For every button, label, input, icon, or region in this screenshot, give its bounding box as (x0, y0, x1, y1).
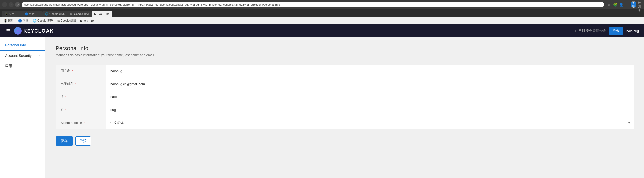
sidebar-item-apps[interactable]: 应用 (0, 61, 45, 71)
browser-actions: ☆ 🧩 👤 ⋮ 更新 阅读清单 (607, 2, 642, 7)
bookmark-icon-gmail: ✉ (57, 19, 60, 23)
tab-favicon-yingyong: 📱 (5, 12, 8, 15)
keycloak-logo-svg (16, 29, 20, 33)
profile-btn[interactable]: 👤 (619, 2, 624, 7)
label-email: 电子邮件 * (56, 78, 106, 90)
hamburger-btn[interactable]: ☰ (5, 27, 11, 35)
tab-favicon-gmail: ✉ (70, 12, 73, 15)
form-row-lastname: 姓 * (56, 103, 634, 116)
required-star-lastname: * (64, 108, 67, 111)
app-header: ☰ KEYCLOAK ↩ 回到 安全管理终端 登出 halo bug (0, 24, 644, 37)
bookmark-label-translate: Google 翻译 (37, 19, 53, 23)
personal-info-form: 用户名 * 电子邮件 * 名 * 姓 * (56, 65, 634, 129)
browser-chrome: ← → ⟳ sso.halobug.cn/auth/realms/master/… (0, 0, 644, 9)
header-right: ↩ 回到 安全管理终端 登出 halo bug (574, 27, 639, 35)
sign-out-btn[interactable]: 登出 (609, 27, 623, 35)
form-row-firstname: 名 * (56, 90, 634, 103)
tab-label-yingyong: 应用 (9, 12, 14, 16)
sidebar-item-personal-info[interactable]: Personal Info (0, 40, 45, 51)
bookmark-label-youtube: YouTube (83, 19, 94, 22)
tab-favicon-google: 🔵 (25, 12, 28, 15)
input-firstname[interactable] (106, 90, 634, 103)
bookmark-translate[interactable]: 🌐 Google 翻译 (31, 18, 54, 23)
label-locale: Select a locale * (56, 117, 106, 128)
bookmark-yingyong[interactable]: 📱 应用 (2, 18, 15, 23)
bookmark-label-yingyong: 应用 (8, 19, 14, 23)
sidebar-item-label-account-security: Account Security (5, 54, 32, 58)
nav-back-btn[interactable]: ← (2, 2, 7, 7)
select-locale[interactable]: 中文简体 English (106, 116, 634, 129)
required-star-username: * (71, 69, 73, 73)
bookmark-icon-google: 🔵 (18, 19, 22, 23)
required-star-locale: * (83, 121, 85, 125)
form-row-email: 电子邮件 * (56, 77, 634, 90)
form-row-username: 用户名 * (56, 65, 634, 77)
page-subtitle: Manage this basic information: your firs… (56, 53, 634, 57)
required-star-email: * (74, 82, 77, 86)
tab-label-translate: Google 翻译 (49, 12, 65, 16)
save-button[interactable]: 保存 (56, 136, 73, 146)
logo-text: KEYCLOAK (23, 28, 54, 34)
input-lastname[interactable] (106, 103, 634, 116)
back-to-admin-icon: ↩ (574, 29, 577, 33)
tab-label-google: 谷歌 (29, 12, 35, 16)
tab-label-gmail: Google 邮箱 (74, 12, 89, 16)
keycloak-logo-icon (14, 27, 22, 35)
svg-point-1 (17, 30, 19, 32)
required-star-firstname: * (64, 95, 67, 98)
form-row-locale: Select a locale * 中文简体 English ▼ (56, 116, 634, 129)
page-title: Personal Info (56, 45, 634, 52)
input-username[interactable] (106, 65, 634, 77)
bookmark-icon-yingyong: 📱 (4, 19, 7, 23)
tab-youtube[interactable]: ▶ YouTube (92, 11, 112, 17)
tabs-bar: 📱 应用 🔵 谷歌 🌐 Google 翻译 ✉ Google 邮箱 ▶ YouT… (0, 9, 644, 17)
nav-reload-btn[interactable]: ⟳ (15, 2, 20, 7)
header-left: ☰ KEYCLOAK (5, 27, 54, 35)
form-actions: 保存 取消 (56, 136, 634, 151)
content-area: Personal Info Manage this basic informat… (45, 37, 644, 178)
update-btn[interactable]: 更新 (631, 2, 636, 7)
tab-favicon-translate: 🌐 (45, 12, 48, 15)
chevron-right-icon: › (39, 54, 40, 57)
label-lastname: 姓 * (56, 104, 106, 115)
bookmark-icon-translate: 🌐 (33, 19, 37, 23)
bookmark-icon-youtube: ▶ (80, 19, 83, 23)
bookmark-label-gmail: Google 邮箱 (61, 19, 76, 23)
nav-forward-btn[interactable]: → (9, 2, 14, 7)
tab-gmail[interactable]: ✉ Google 邮箱 (67, 11, 92, 17)
user-name: halo bug (626, 29, 639, 33)
url-bar[interactable]: sso.halobug.cn/auth/realms/master/accoun… (22, 2, 604, 7)
bookmark-gmail[interactable]: ✉ Google 邮箱 (56, 18, 78, 23)
bookmark-label-google: 谷歌 (23, 19, 28, 23)
logo-container: KEYCLOAK (14, 27, 54, 35)
tab-google[interactable]: 🔵 谷歌 (22, 11, 42, 17)
tab-yingyong[interactable]: 📱 应用 (2, 11, 22, 17)
bookmark-btn[interactable]: ☆ (607, 2, 612, 7)
tab-translate[interactable]: 🌐 Google 翻译 (42, 11, 67, 17)
label-username: 用户名 * (56, 65, 106, 77)
bookmarks-bar: 📱 应用 🔵 谷歌 🌐 Google 翻译 ✉ Google 邮箱 ▶ YouT… (0, 17, 644, 24)
input-email[interactable] (106, 77, 634, 90)
bookmark-google[interactable]: 🔵 谷歌 (17, 18, 30, 23)
tab-label-youtube: YouTube (99, 12, 109, 15)
cancel-button[interactable]: 取消 (75, 136, 91, 146)
sidebar-item-account-security[interactable]: Account Security › (0, 51, 45, 61)
menu-btn[interactable]: ⋮ (625, 2, 630, 7)
sidebar-item-label-apps: 应用 (5, 64, 12, 68)
label-firstname: 名 * (56, 91, 106, 103)
bookmark-youtube[interactable]: ▶ YouTube (79, 18, 96, 23)
sidebar-item-label-personal-info: Personal Info (5, 43, 26, 47)
back-to-admin-btn[interactable]: ↩ 回到 安全管理终端 (574, 29, 606, 33)
readmode-btn[interactable]: 阅读清单 (637, 2, 642, 7)
extensions-btn[interactable]: 🧩 (613, 2, 618, 7)
url-text: sso.halobug.cn/auth/realms/master/accoun… (24, 3, 280, 6)
sidebar: Personal Info Account Security › 应用 (0, 37, 45, 178)
select-wrapper-locale: 中文简体 English ▼ (106, 116, 634, 129)
tab-favicon-youtube: ▶ (94, 12, 97, 15)
back-to-admin-label: 回到 安全管理终端 (578, 29, 606, 33)
main-container: Personal Info Account Security › 应用 Pers… (0, 37, 644, 178)
